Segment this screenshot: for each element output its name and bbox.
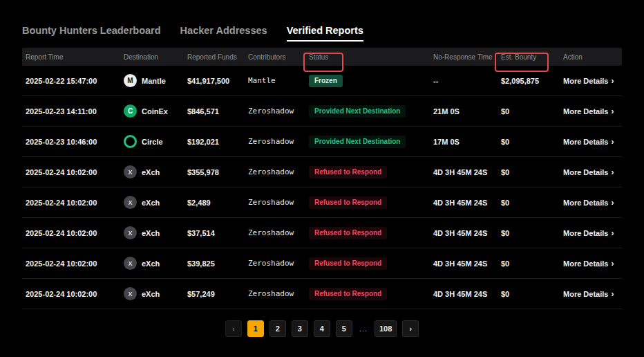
- status-badge: Provided Next Destination: [309, 136, 406, 148]
- reported-funds: $39,825: [184, 259, 245, 268]
- status-cell: Refused to Respond: [305, 257, 430, 270]
- column-header-report-time: Report Time: [22, 53, 120, 61]
- more-details-label: More Details: [563, 199, 608, 207]
- column-header-contributors: Contributors: [245, 53, 305, 61]
- more-details-link[interactable]: More Details›: [560, 259, 622, 268]
- report-time: 2025-02-24 10:02:00: [22, 199, 120, 207]
- destination-name: eXch: [142, 168, 160, 176]
- destination-name: Mantle: [142, 77, 166, 85]
- table-header: Report Time Destination Reported Funds C…: [22, 48, 622, 66]
- more-details-label: More Details: [563, 138, 608, 146]
- report-time: 2025-02-24 10:02:00: [22, 168, 120, 176]
- chevron-right-icon: ›: [611, 107, 614, 116]
- tab-bounty-hunters-leaderboard[interactable]: Bounty Hunters Leaderboard: [22, 25, 161, 44]
- pagination-page-5[interactable]: 5: [336, 320, 352, 337]
- more-details-link[interactable]: More Details›: [560, 198, 622, 208]
- pagination-prev-button[interactable]: ‹: [225, 320, 242, 337]
- contributors: Zeroshadow: [245, 289, 305, 298]
- chevron-right-icon: ›: [611, 228, 614, 238]
- pagination-next-button[interactable]: ›: [402, 320, 419, 337]
- contributors: Zeroshadow: [245, 259, 305, 268]
- reported-funds: $41,917,500: [184, 77, 245, 85]
- table-row: 2025-02-22 15:47:00 M Mantle $41,917,500…: [22, 66, 622, 96]
- reported-funds: $37,514: [184, 229, 245, 237]
- destination-cell: Circle: [120, 135, 184, 148]
- pagination-ellipsis: ...: [358, 324, 369, 333]
- no-response-time: 4D 3H 45M 24S: [430, 229, 498, 237]
- column-header-status: Status: [305, 53, 430, 61]
- est-bounty: $2,095,875: [498, 77, 560, 85]
- more-details-label: More Details: [563, 229, 608, 237]
- chevron-right-icon: ›: [611, 259, 614, 268]
- est-bounty: $0: [498, 290, 560, 298]
- reports-table: Report Time Destination Reported Funds C…: [22, 48, 622, 309]
- reported-funds: $355,978: [184, 168, 245, 176]
- status-badge: Refused to Respond: [309, 288, 387, 300]
- status-cell: Refused to Respond: [305, 166, 430, 178]
- column-header-reported-funds: Reported Funds: [184, 53, 245, 61]
- contributors: Zeroshadow: [245, 228, 305, 237]
- reported-funds: $57,249: [184, 290, 245, 298]
- column-header-action: Action: [560, 53, 622, 61]
- contributors: Mantle: [245, 76, 305, 85]
- tab-hacker-addresses[interactable]: Hacker Addresses: [180, 25, 267, 44]
- no-response-time: 4D 3H 45M 24S: [430, 259, 498, 268]
- destination-cell: C CoinEx: [120, 104, 184, 118]
- report-time: 2025-02-23 10:46:00: [22, 138, 120, 146]
- no-response-time: 4D 3H 45M 24S: [430, 290, 498, 298]
- status-cell: Refused to Respond: [305, 227, 430, 239]
- pagination-page-1[interactable]: 1: [247, 320, 264, 337]
- report-time: 2025-02-24 10:02:00: [22, 259, 120, 268]
- contributors: Zeroshadow: [245, 107, 305, 116]
- exch-icon: X: [124, 287, 137, 300]
- column-header-destination: Destination: [120, 53, 184, 61]
- status-cell: Refused to Respond: [305, 196, 430, 209]
- destination-name: eXch: [142, 259, 160, 268]
- reported-funds: $192,021: [184, 138, 245, 146]
- reported-funds: $846,571: [184, 107, 245, 116]
- more-details-link[interactable]: More Details›: [560, 228, 622, 238]
- pagination-page-4[interactable]: 4: [314, 320, 330, 337]
- pagination: ‹ 1 2 3 4 5 ... 108 ›: [22, 320, 622, 337]
- chevron-right-icon: ›: [409, 324, 412, 333]
- contributors: Zeroshadow: [245, 198, 305, 207]
- verified-reports-page: Bounty Hunters Leaderboard Hacker Addres…: [0, 0, 644, 357]
- more-details-link[interactable]: More Details›: [560, 107, 622, 116]
- more-details-link[interactable]: More Details›: [560, 289, 622, 299]
- report-time: 2025-02-24 10:02:00: [22, 290, 120, 298]
- exch-icon: X: [124, 165, 137, 178]
- destination-cell: M Mantle: [120, 74, 184, 87]
- table-row: 2025-02-23 14:11:00 C CoinEx $846,571 Ze…: [22, 96, 622, 127]
- destination-cell: X eXch: [120, 196, 184, 209]
- est-bounty: $0: [498, 138, 560, 146]
- tab-verified-reports[interactable]: Verified Reports: [287, 25, 363, 44]
- status-badge: Refused to Respond: [309, 166, 387, 178]
- destination-cell: X eXch: [120, 226, 184, 239]
- destination-cell: X eXch: [120, 287, 184, 300]
- table-row: 2025-02-24 10:02:00 X eXch $2,489 Zerosh…: [22, 187, 622, 218]
- chevron-right-icon: ›: [611, 167, 614, 177]
- destination-name: eXch: [142, 290, 160, 298]
- est-bounty: $0: [498, 229, 560, 237]
- pagination-page-2[interactable]: 2: [269, 320, 286, 337]
- status-badge: Frozen: [309, 75, 343, 87]
- exch-icon: X: [124, 257, 137, 270]
- destination-cell: X eXch: [120, 165, 184, 178]
- destination-name: CoinEx: [142, 107, 168, 116]
- pagination-page-3[interactable]: 3: [292, 320, 308, 337]
- report-time: 2025-02-23 14:11:00: [22, 107, 120, 116]
- more-details-link[interactable]: More Details›: [560, 167, 622, 177]
- pagination-page-108[interactable]: 108: [375, 320, 397, 337]
- circle-icon: [124, 135, 137, 148]
- contributors: Zeroshadow: [245, 137, 305, 146]
- more-details-label: More Details: [563, 107, 608, 116]
- table-row: 2025-02-24 10:02:00 X eXch $57,249 Zeros…: [22, 279, 622, 309]
- chevron-left-icon: ‹: [232, 324, 235, 333]
- more-details-link[interactable]: More Details›: [560, 137, 622, 147]
- more-details-link[interactable]: More Details›: [560, 76, 622, 86]
- status-badge: Refused to Respond: [309, 196, 387, 209]
- table-row: 2025-02-23 10:46:00 Circle $192,021 Zero…: [22, 127, 622, 157]
- report-time: 2025-02-24 10:02:00: [22, 229, 120, 237]
- status-badge: Provided Next Destination: [309, 105, 406, 118]
- est-bounty: $0: [498, 168, 560, 176]
